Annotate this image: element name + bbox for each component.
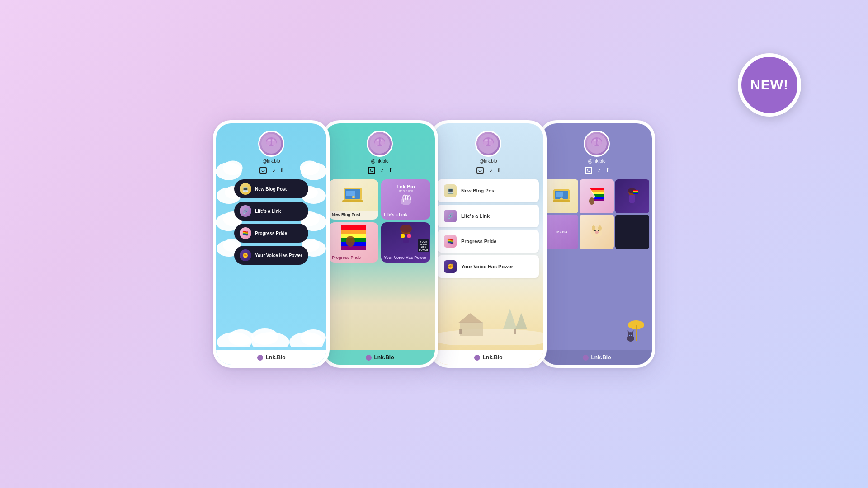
dog-icon bbox=[589, 224, 605, 240]
phone-4-socials: ♪ f bbox=[585, 166, 609, 174]
phone-3-footer: Lnk.Bio bbox=[433, 350, 543, 365]
gallery-item-1[interactable] bbox=[544, 179, 578, 213]
svg-point-21 bbox=[272, 139, 274, 141]
phone-1-wrapper: @lnk.bio ♪ f 💻 New Blog bbox=[213, 120, 330, 368]
phone-4-avatar bbox=[584, 131, 610, 157]
footer-dot-1 bbox=[257, 355, 263, 361]
svg-marker-60 bbox=[458, 313, 483, 323]
link-btn-3[interactable]: 🏳️‍🌈 Progress Pride bbox=[234, 224, 308, 243]
list-item-blog[interactable]: 💻 New Blog Post bbox=[438, 179, 539, 202]
list-item-voice[interactable]: ✊ Your Voice Has Power bbox=[438, 255, 539, 278]
grid-item-blog[interactable]: New Blog Post bbox=[329, 179, 378, 220]
grid-item-pride-img bbox=[329, 222, 378, 254]
phone-4-username: @lnk.bio bbox=[588, 159, 605, 164]
svg-point-69 bbox=[594, 139, 596, 141]
phone-4-footer: Lnk.Bio bbox=[542, 350, 652, 365]
blog-laptop-icon bbox=[341, 185, 366, 206]
svg-point-106 bbox=[631, 335, 632, 336]
grid-item-blog-label: New Blog Post bbox=[329, 211, 378, 220]
gallery-item-3[interactable] bbox=[615, 179, 649, 213]
svg-rect-40 bbox=[341, 225, 366, 230]
svg-rect-73 bbox=[556, 192, 563, 197]
link-btn-icon-4: ✊ bbox=[240, 249, 251, 261]
svg-point-39 bbox=[401, 198, 411, 205]
gallery-item-5[interactable] bbox=[580, 215, 613, 249]
facebook-icon-1[interactable]: f bbox=[281, 166, 283, 174]
rainbow-hand-icon bbox=[587, 188, 606, 206]
footer-dot-2 bbox=[366, 355, 372, 361]
svg-point-50 bbox=[401, 234, 405, 238]
svg-rect-41 bbox=[341, 230, 366, 234]
lnkbio-card-sub: life's a link bbox=[398, 189, 413, 192]
gallery-item-4[interactable]: Lnk.Bio bbox=[544, 215, 578, 249]
instagram-icon-3[interactable] bbox=[476, 167, 484, 174]
svg-point-58 bbox=[433, 329, 543, 345]
list-item-pride[interactable]: 🏳️‍🌈 Progress Pride bbox=[438, 230, 539, 253]
list-label-blog: New Blog Post bbox=[461, 188, 496, 193]
svg-rect-92 bbox=[633, 193, 638, 194]
link-btn-2[interactable]: 🔗 Life's a Link bbox=[234, 202, 308, 221]
gallery-item-6[interactable] bbox=[615, 215, 649, 249]
phone-2-socials: ♪ f bbox=[368, 166, 392, 174]
list-icon-lifeslink: 🔗 bbox=[444, 210, 457, 222]
link-btn-1[interactable]: 💻 New Blog Post bbox=[234, 179, 308, 198]
svg-point-19 bbox=[272, 140, 276, 146]
grid-item-woman[interactable]: YOURVOICEHASPOWER Your Voice Has Power bbox=[381, 222, 430, 263]
phone-1-avatar bbox=[258, 131, 284, 157]
svg-point-70 bbox=[598, 139, 600, 141]
gallery-item-2[interactable] bbox=[580, 179, 613, 213]
phone-1-footer-label: Lnk.Bio bbox=[266, 354, 286, 361]
svg-point-32 bbox=[377, 139, 379, 141]
cloud-bottom-svg bbox=[216, 319, 326, 347]
tiktok-icon-4[interactable]: ♪ bbox=[598, 167, 601, 174]
svg-point-97 bbox=[594, 230, 596, 231]
svg-rect-76 bbox=[590, 188, 604, 190]
phones-container: @lnk.bio ♪ f 💻 New Blog bbox=[213, 120, 655, 368]
link-btn-label-4: Your Voice Has Power bbox=[255, 253, 302, 258]
tiktok-icon-1[interactable]: ♪ bbox=[272, 167, 275, 174]
svg-rect-36 bbox=[346, 191, 355, 196]
list-item-lifeslink[interactable]: 🔗 Life's a Link bbox=[438, 205, 539, 227]
svg-marker-104 bbox=[632, 330, 634, 333]
link-btn-label-3: Progress Pride bbox=[255, 231, 287, 236]
cloud-bottom-decor bbox=[216, 319, 326, 348]
tiktok-icon-3[interactable]: ♪ bbox=[489, 167, 492, 174]
instagram-icon-1[interactable] bbox=[259, 167, 267, 174]
link-btn-label-2: Life's a Link bbox=[255, 209, 281, 214]
hand-icon bbox=[397, 193, 415, 207]
phone-2-footer: Lnk.Bio bbox=[325, 350, 435, 365]
link-btn-icon-2: 🔗 bbox=[240, 205, 251, 217]
facebook-icon-2[interactable]: f bbox=[389, 166, 392, 174]
link-btn-4[interactable]: ✊ Your Voice Has Power bbox=[234, 246, 308, 265]
svg-point-25 bbox=[251, 328, 278, 345]
svg-rect-63 bbox=[514, 329, 516, 334]
winter-scene bbox=[433, 291, 543, 345]
svg-rect-88 bbox=[633, 190, 638, 191]
svg-point-105 bbox=[629, 335, 630, 336]
svg-point-102 bbox=[628, 332, 633, 338]
winter-scene-svg bbox=[433, 291, 543, 345]
svg-point-84 bbox=[589, 197, 594, 205]
list-icon-pride: 🏳️‍🌈 bbox=[444, 235, 457, 248]
phone-2-wrapper: @lnk.bio ♪ f bbox=[321, 120, 438, 368]
grid-item-blog-img bbox=[329, 179, 378, 211]
grid-item-pride[interactable]: Progress Pride bbox=[329, 222, 378, 263]
phone-3-username: @lnk.bio bbox=[479, 159, 497, 164]
phone-3-inner: @lnk.bio ♪ f 💻 New Blog bbox=[433, 123, 543, 365]
phone-3-footer-label: Lnk.Bio bbox=[483, 354, 503, 361]
grid-item-lnkbio[interactable]: Lnk.Bio life's a link bbox=[381, 179, 430, 220]
phone-1-frame: @lnk.bio ♪ f 💻 New Blog bbox=[213, 120, 330, 368]
svg-rect-38 bbox=[342, 200, 363, 202]
facebook-icon-3[interactable]: f bbox=[498, 166, 500, 174]
svg-rect-45 bbox=[341, 246, 366, 250]
svg-point-31 bbox=[380, 140, 385, 146]
woman-icon bbox=[395, 225, 417, 252]
instagram-icon-2[interactable] bbox=[368, 167, 375, 174]
facebook-icon-4[interactable]: f bbox=[606, 166, 609, 174]
instagram-icon-4[interactable] bbox=[585, 167, 592, 174]
phone-1-inner: @lnk.bio ♪ f 💻 New Blog bbox=[216, 123, 326, 365]
avatar-brain-icon-1 bbox=[260, 133, 282, 155]
tiktok-icon-2[interactable]: ♪ bbox=[381, 167, 384, 174]
grid-item-lnkbio-label: Life's a Link bbox=[381, 211, 430, 220]
lnkbio-card-title: Lnk.Bio bbox=[396, 184, 415, 189]
